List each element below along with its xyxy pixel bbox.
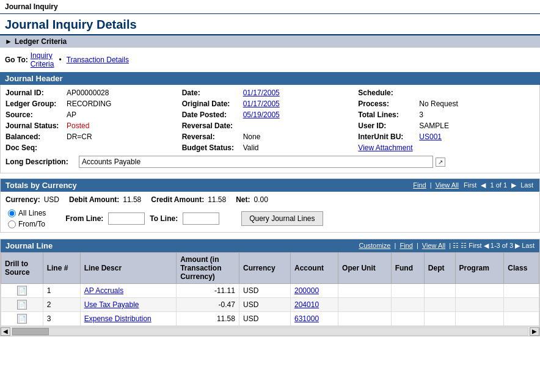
journal-id-group: Journal ID: AP00000028 (5, 89, 182, 97)
journal-line-prev-icon[interactable]: ◀ (484, 242, 489, 249)
fund-cell (391, 312, 424, 326)
journal-line-next-icon[interactable]: ▶ (515, 242, 520, 249)
amount-cell: -11.11 (177, 284, 239, 298)
view-attachment-link[interactable]: View Attachment (358, 143, 412, 152)
from-to-radio[interactable] (8, 220, 16, 228)
line-descr-link[interactable]: Use Tax Payable (84, 300, 139, 309)
date-posted-group: Date Posted: 05/19/2005 (182, 111, 359, 119)
table-row: 📄 1 AP Accruals -11.11 USD 200000 (1, 284, 539, 298)
amount-cell: 11.58 (177, 312, 239, 326)
currency-label: Currency: (5, 195, 40, 204)
scroll-track[interactable] (12, 327, 528, 336)
journal-status-group: Journal Status: Posted (5, 122, 182, 130)
journal-line-section: Journal Line Customize | Find | View All… (0, 239, 540, 336)
dept-cell (424, 312, 455, 326)
ledger-criteria-toggle[interactable]: ► Ledger Criteria (0, 35, 540, 48)
scroll-thumb[interactable] (12, 328, 49, 335)
line-descr-cell: Expense Distribution (80, 312, 176, 326)
totals-find-link[interactable]: Find (413, 181, 426, 189)
view-attachment-group: View Attachment (358, 143, 535, 152)
col-line-num: Line # (43, 253, 80, 284)
reversal-value: None (243, 132, 261, 141)
totals-next-icon[interactable]: ▶ (511, 181, 516, 189)
drill-cell: 📄 (1, 298, 43, 312)
journal-line-last-label: Last (522, 242, 535, 249)
totals-view-all-link[interactable]: View All (436, 181, 459, 189)
all-lines-label: All Lines (18, 209, 46, 217)
expand-icon[interactable]: ↗ (436, 158, 445, 167)
journal-line-first-label: First (469, 242, 481, 249)
go-to-transaction-details-link[interactable]: Transaction Details (67, 56, 129, 64)
go-to-label: Go To: (5, 56, 28, 64)
scroll-left-button[interactable]: ◀ (1, 327, 10, 336)
journal-id-value: AP00000028 (67, 89, 109, 97)
schedule-group: Schedule: (358, 89, 535, 97)
go-to-inquiry-link[interactable]: Inquiry Criteria (31, 51, 54, 68)
line-descr-link[interactable]: AP Accruals (84, 286, 123, 295)
debit-field: Debit Amount: 11.58 (69, 195, 141, 204)
interunit-bu-value[interactable]: US001 (419, 132, 442, 141)
ledger-group-label: Ledger Group: (5, 100, 67, 108)
class-cell (504, 284, 539, 298)
drill-icon[interactable]: 📄 (17, 314, 27, 324)
journal-line-view-all-link[interactable]: View All (422, 242, 445, 249)
ledger-criteria-label: Ledger Criteria (15, 37, 67, 46)
account-cell: 200000 (291, 284, 338, 298)
journal-header-fields: Journal ID: AP00000028 Date: 01/17/2005 … (0, 85, 540, 173)
drill-icon[interactable]: 📄 (17, 286, 27, 296)
from-line-label: From Line: (65, 214, 103, 223)
date-group: Date: 01/17/2005 (182, 89, 359, 97)
original-date-value[interactable]: 01/17/2005 (243, 100, 280, 108)
table-row: 📄 3 Expense Distribution 11.58 USD 63100… (1, 312, 539, 326)
doc-seq-label: Doc Seq: (5, 143, 67, 152)
date-value[interactable]: 01/17/2005 (243, 89, 280, 97)
process-group: Process: No Request (358, 100, 535, 108)
journal-line-header: Journal Line Customize | Find | View All… (1, 239, 539, 252)
account-cell: 204010 (291, 298, 338, 312)
journal-line-find-link[interactable]: Find (400, 242, 412, 249)
line-descr-link[interactable]: Expense Distribution (84, 314, 151, 323)
drill-icon[interactable]: 📄 (17, 300, 27, 310)
col-account: Account (291, 253, 338, 284)
account-link[interactable]: 631000 (294, 314, 319, 323)
totals-section: Totals by Currency Find | View All First… (0, 178, 540, 233)
budget-status-value: Valid (243, 143, 259, 152)
long-desc-row: Long Description: ↗ (5, 156, 535, 168)
table-header-row: Drill to Source Line # Line Descr Amount… (1, 253, 539, 284)
journal-line-customize-link[interactable]: Customize (359, 242, 390, 249)
totals-first-label: First (464, 181, 476, 189)
totals-page-info: 1 of 1 (491, 181, 508, 189)
fields-row-3: Source: AP Date Posted: 05/19/2005 Total… (5, 111, 535, 119)
line-num-cell: 3 (43, 312, 80, 326)
all-lines-radio[interactable] (8, 209, 16, 217)
to-line-input[interactable] (183, 212, 219, 225)
debit-value: 11.58 (123, 195, 141, 204)
totals-section-label: Totals by Currency (5, 181, 77, 190)
query-journal-lines-button[interactable]: Query Journal Lines (241, 211, 323, 226)
date-posted-value[interactable]: 05/19/2005 (243, 111, 280, 119)
from-line-input[interactable] (108, 212, 145, 225)
oper-unit-cell (338, 284, 392, 298)
scroll-right-button[interactable]: ▶ (530, 327, 539, 336)
radio-group: All Lines From/To (8, 209, 46, 228)
account-link[interactable]: 204010 (294, 300, 319, 309)
ledger-group-value: RECORDING (67, 100, 111, 108)
from-to-option: From/To (8, 220, 46, 228)
oper-unit-cell (338, 298, 392, 312)
net-field: Net: 0.00 (236, 195, 268, 204)
long-desc-input[interactable] (79, 156, 433, 168)
doc-seq-group: Doc Seq: (5, 143, 182, 152)
col-dept: Dept (424, 253, 455, 284)
ledger-group-group: Ledger Group: RECORDING (5, 100, 182, 108)
currency-cell: USD (239, 312, 290, 326)
program-cell (455, 284, 504, 298)
total-lines-group: Total Lines: 3 (358, 111, 535, 119)
credit-label: Credit Amount: (151, 195, 204, 204)
journal-id-label: Journal ID: (5, 89, 67, 97)
credit-field: Credit Amount: 11.58 (151, 195, 226, 204)
totals-prev-icon[interactable]: ◀ (481, 181, 486, 189)
totals-body: Currency: USD Debit Amount: 11.58 Credit… (1, 192, 539, 232)
program-cell (455, 312, 504, 326)
account-link[interactable]: 200000 (294, 286, 319, 295)
totals-row: Currency: USD Debit Amount: 11.58 Credit… (5, 195, 535, 204)
